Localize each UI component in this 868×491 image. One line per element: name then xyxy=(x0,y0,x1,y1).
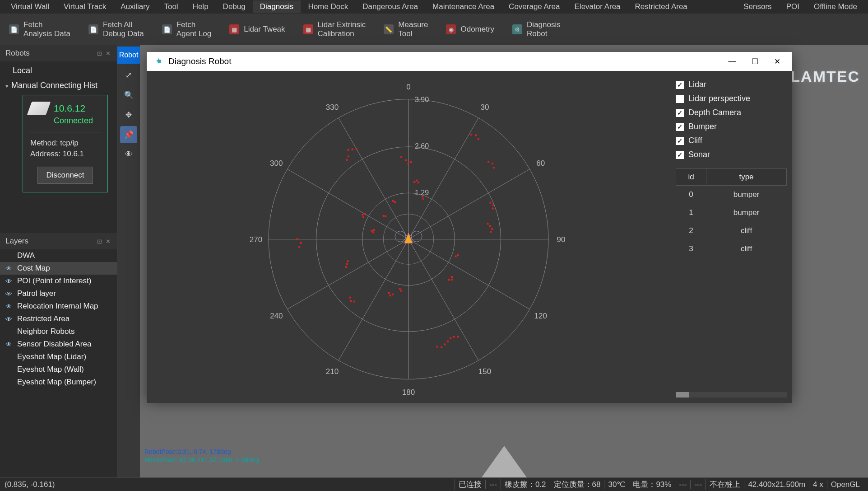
layer-row[interactable]: Eyeshot Map (Bumper) xyxy=(0,376,117,388)
tool-lidar-tweak[interactable]: ▦Lidar Tweak xyxy=(229,24,285,34)
tool-fetch-analysis[interactable]: 📄Fetch Analysis Data xyxy=(9,20,70,39)
tool-pin-icon[interactable]: 📌 xyxy=(120,126,137,143)
svg-rect-91 xyxy=(422,196,423,197)
svg-rect-67 xyxy=(444,343,446,345)
layer-row[interactable]: 👁POI (Point of Interest) xyxy=(0,275,117,287)
checkbox-label: Lidar perspective xyxy=(688,94,750,103)
menu-help[interactable]: Help xyxy=(186,0,216,13)
tool-fetch-agent-log[interactable]: 📄Fetch Agent Log xyxy=(162,20,212,39)
svg-rect-41 xyxy=(352,149,353,150)
layer-row[interactable]: DWA xyxy=(0,249,117,262)
layer-row[interactable]: 👁Relocation Internal Map xyxy=(0,300,117,313)
layer-row[interactable]: Eyeshot Map (Wall) xyxy=(0,363,117,376)
layer-row[interactable]: Neighbor Robots xyxy=(0,325,117,338)
menu-virtual-wall[interactable]: Virtual Wall xyxy=(4,0,56,13)
menu-tool[interactable]: Tool xyxy=(157,0,185,13)
robots-tree: Local Manual Connecting Hist 10.6.12 Con… xyxy=(0,61,117,197)
tool-robot-tab[interactable]: Robot xyxy=(117,47,140,64)
tree-manual-history[interactable]: Manual Connecting Hist xyxy=(0,78,117,93)
layer-label: Sensor Disabled Area xyxy=(17,340,91,349)
gauge-icon: ◉ xyxy=(446,24,456,34)
dialog-titlebar[interactable]: Diagnosis Robot — ☐ ✕ xyxy=(147,52,792,71)
svg-line-8 xyxy=(408,118,478,239)
tool-expand-icon[interactable]: ⤢ xyxy=(120,66,137,84)
menu-dangerous-area[interactable]: Dangerous Area xyxy=(355,0,425,13)
dialog-title: Diagnosis Robot xyxy=(168,56,231,66)
menu-elevator-area[interactable]: Elevator Area xyxy=(567,0,628,13)
checkbox-row[interactable]: ✓Sonar xyxy=(676,150,787,159)
layer-row[interactable]: Eyeshot Map (Lidar) xyxy=(0,351,117,363)
checkbox-icon[interactable] xyxy=(676,95,684,103)
checkbox-icon[interactable]: ✓ xyxy=(676,151,684,159)
tool-lidar-ext-cal[interactable]: ▦Lidar Extrinsic Calibration xyxy=(303,20,366,39)
menu-auxiliary[interactable]: Auxiliary xyxy=(113,0,157,13)
svg-rect-86 xyxy=(487,161,489,163)
tree-local[interactable]: Local xyxy=(0,63,117,78)
menu-virtual-track[interactable]: Virtual Track xyxy=(56,0,113,13)
panel-controls-icon[interactable]: ⊡ ✕ xyxy=(97,238,111,245)
table-row[interactable]: 2cliff xyxy=(676,222,787,240)
checkbox-row[interactable]: ✓Cliff xyxy=(676,136,787,145)
minimize-button[interactable]: — xyxy=(721,52,743,71)
robot-device-icon xyxy=(27,102,51,115)
svg-rect-57 xyxy=(349,297,351,299)
tool-eye-icon[interactable]: 👁 xyxy=(120,146,137,163)
svg-rect-85 xyxy=(492,163,493,164)
checkbox-icon[interactable]: ✓ xyxy=(676,109,684,117)
menu-sensors[interactable]: Sensors xyxy=(736,0,779,13)
menu-offline-mode[interactable]: Offline Mode xyxy=(807,0,864,13)
layer-row[interactable]: 👁Cost Map xyxy=(0,262,117,275)
radar-chart[interactable]: 03060901201501802102402703003301.292.603… xyxy=(147,71,670,403)
disconnect-button[interactable]: Disconnect xyxy=(37,167,93,184)
tool-odometry[interactable]: ◉Odometry xyxy=(446,24,494,34)
menu-restricted-area[interactable]: Restricted Area xyxy=(628,0,695,13)
horizontal-scrollbar[interactable] xyxy=(676,392,787,397)
menu-debug[interactable]: Debug xyxy=(216,0,253,13)
svg-rect-54 xyxy=(347,260,349,262)
maximize-button[interactable]: ☐ xyxy=(743,52,766,71)
menu-diagnosis[interactable]: Diagnosis xyxy=(253,0,301,13)
tool-measure[interactable]: 📏Measure Tool xyxy=(384,20,428,39)
layer-label: DWA xyxy=(17,251,35,260)
menu-home-dock[interactable]: Home Dock xyxy=(301,0,355,13)
eye-icon[interactable]: 👁 xyxy=(5,315,14,323)
eye-icon[interactable]: 👁 xyxy=(5,290,14,298)
table-header-id[interactable]: id xyxy=(676,169,706,186)
close-button[interactable]: ✕ xyxy=(766,52,789,71)
checkbox-row[interactable]: ✓Lidar xyxy=(676,80,787,89)
svg-line-26 xyxy=(288,169,408,239)
checkbox-icon[interactable]: ✓ xyxy=(676,123,684,131)
menu-maintenance-area[interactable]: Maintenance Area xyxy=(425,0,501,13)
eye-icon[interactable]: 👁 xyxy=(5,303,14,310)
tool-fetch-all-debug[interactable]: 📄Fetch All Debug Data xyxy=(88,20,144,39)
svg-text:60: 60 xyxy=(536,159,545,168)
menu-poi[interactable]: POI xyxy=(779,0,807,13)
eye-icon[interactable]: 👁 xyxy=(5,265,14,272)
layer-row[interactable]: 👁Sensor Disabled Area xyxy=(0,338,117,351)
layer-label: Patrol layer xyxy=(17,289,56,298)
table-row[interactable]: 1bumper xyxy=(676,204,787,222)
layer-row[interactable]: 👁Restricted Area xyxy=(0,313,117,325)
svg-rect-40 xyxy=(356,148,357,150)
layer-row[interactable]: 👁Patrol layer xyxy=(0,287,117,300)
checkbox-row[interactable]: ✓Depth Camera xyxy=(676,108,787,117)
menu-coverage-area[interactable]: Coverage Area xyxy=(501,0,567,13)
checkbox-icon[interactable]: ✓ xyxy=(676,81,684,89)
table-header-type[interactable]: type xyxy=(706,169,787,186)
checkbox-row[interactable]: ✓Bumper xyxy=(676,122,787,131)
checkbox-row[interactable]: Lidar perspective xyxy=(676,94,787,103)
svg-rect-95 xyxy=(394,201,396,203)
tool-diagnosis-robot[interactable]: ⚙Diagnosis Robot xyxy=(512,20,561,39)
svg-rect-58 xyxy=(350,300,352,302)
panel-controls-icon[interactable]: ⊡ ✕ xyxy=(97,50,111,57)
tool-move-icon[interactable]: ✥ xyxy=(120,106,137,123)
layer-label: POI (Point of Interest) xyxy=(17,276,91,285)
table-row[interactable]: 3cliff xyxy=(676,240,787,258)
eye-icon[interactable]: 👁 xyxy=(5,277,14,285)
checkbox-icon[interactable]: ✓ xyxy=(676,137,684,145)
table-row[interactable]: 0bumper xyxy=(676,186,787,204)
svg-line-22 xyxy=(288,239,408,309)
tool-zoom-icon[interactable]: 🔍 xyxy=(120,86,137,103)
eye-icon[interactable]: 👁 xyxy=(5,341,14,348)
svg-rect-44 xyxy=(346,159,348,161)
